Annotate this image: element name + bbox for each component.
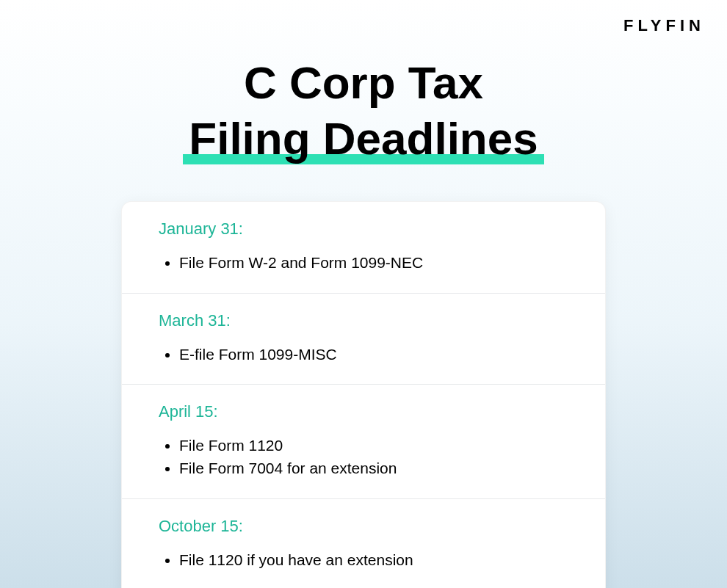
list-item: File Form W-2 and Form 1099-NEC [179,252,568,273]
list-item: E-file Form 1099-MISC [179,344,568,365]
list-item: File Form 1120 [179,435,568,456]
deadline-items: E-file Form 1099-MISC [159,344,568,365]
deadline-date: January 31: [159,219,568,239]
deadline-date: March 31: [159,311,568,330]
deadlines-card: January 31: File Form W-2 and Form 1099-… [121,201,606,588]
deadline-section: April 15: File Form 1120 File Form 7004 … [122,385,605,499]
deadline-date: October 15: [159,517,568,536]
deadline-section: March 31: E-file Form 1099-MISC [122,294,605,385]
list-item: File Form 7004 for an extension [179,457,568,479]
deadline-items: File 1120 if you have an extension [159,549,568,570]
deadline-section: October 15: File 1120 if you have an ext… [122,499,605,588]
brand-logo: FLYFIN [623,16,705,35]
deadline-date: April 15: [159,402,568,421]
deadline-items: File Form 1120 File Form 7004 for an ext… [159,435,568,479]
title-line-1: C Corp Tax [189,55,538,111]
page-header: C Corp Tax Filing Deadlines [0,0,727,166]
title-line-2: Filing Deadlines [189,111,538,167]
deadline-items: File Form W-2 and Form 1099-NEC [159,252,568,273]
page-title: C Corp Tax Filing Deadlines [189,55,538,166]
deadline-section: January 31: File Form W-2 and Form 1099-… [122,202,605,293]
list-item: File 1120 if you have an extension [179,549,568,570]
